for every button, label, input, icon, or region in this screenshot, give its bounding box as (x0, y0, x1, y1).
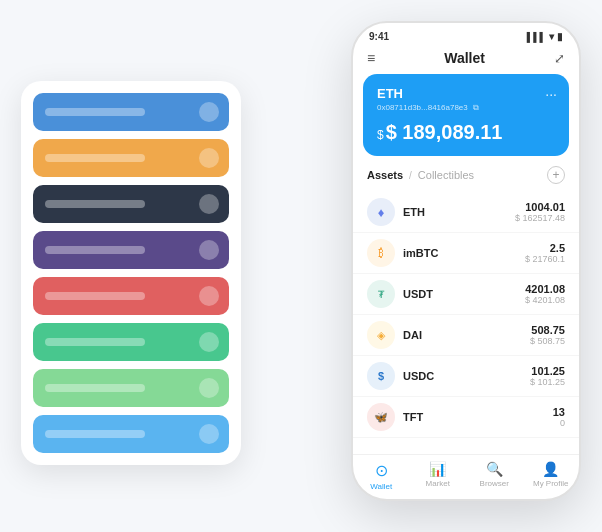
phone-mockup: 9:41 ▌▌▌ ▾ ▮ ≡ Wallet ⤢ ETH 0x08711d3b..… (351, 21, 581, 501)
asset-amount: 508.75 (530, 324, 565, 336)
asset-values: 1004.01 $ 162517.48 (515, 201, 565, 223)
browser-nav-icon: 🔍 (486, 461, 503, 477)
card-label (45, 200, 145, 208)
nav-market-label: Market (426, 479, 450, 488)
asset-usd: $ 162517.48 (515, 213, 565, 223)
nav-browser-label: Browser (480, 479, 509, 488)
asset-amount: 13 (553, 406, 565, 418)
card-item[interactable] (33, 231, 229, 269)
imbtc-icon: ₿ (367, 239, 395, 267)
page-title: Wallet (444, 50, 485, 66)
market-nav-icon: 📊 (429, 461, 446, 477)
tft-icon: 🦋 (367, 403, 395, 431)
asset-values: 508.75 $ 508.75 (530, 324, 565, 346)
status-time: 9:41 (369, 31, 389, 42)
wallet-nav-icon: ⊙ (375, 461, 388, 480)
asset-amount: 2.5 (525, 242, 565, 254)
card-label (45, 108, 145, 116)
usdt-icon: ₮ (367, 280, 395, 308)
asset-usd: $ 21760.1 (525, 254, 565, 264)
card-icon (199, 194, 219, 214)
asset-amount: 1004.01 (515, 201, 565, 213)
asset-usd: $ 508.75 (530, 336, 565, 346)
wifi-icon: ▾ (549, 31, 554, 42)
asset-values: 101.25 $ 101.25 (530, 365, 565, 387)
nav-wallet-label: Wallet (370, 482, 392, 491)
more-options-icon[interactable]: ··· (545, 86, 557, 102)
list-item[interactable]: 🦋 TFT 13 0 (353, 397, 579, 438)
phone-header: ≡ Wallet ⤢ (353, 46, 579, 74)
list-item[interactable]: ◈ DAI 508.75 $ 508.75 (353, 315, 579, 356)
card-item[interactable] (33, 369, 229, 407)
card-label (45, 246, 145, 254)
eth-card[interactable]: ETH 0x08711d3b...8416a78e3 ⧉ $$ 189,089.… (363, 74, 569, 156)
phone-content: ETH 0x08711d3b...8416a78e3 ⧉ $$ 189,089.… (353, 74, 579, 454)
card-item[interactable] (33, 415, 229, 453)
status-icons: ▌▌▌ ▾ ▮ (527, 31, 563, 42)
card-label (45, 154, 145, 162)
nav-wallet[interactable]: ⊙ Wallet (353, 461, 410, 491)
dollar-sign: $ (377, 128, 384, 142)
card-item[interactable] (33, 323, 229, 361)
card-icon (199, 240, 219, 260)
nav-profile-label: My Profile (533, 479, 569, 488)
asset-list: ♦ ETH 1004.01 $ 162517.48 ₿ imBTC 2.5 $ … (353, 192, 579, 454)
card-icon (199, 378, 219, 398)
assets-header: Assets / Collectibles + (353, 166, 579, 192)
card-icon (199, 286, 219, 306)
scene: 9:41 ▌▌▌ ▾ ▮ ≡ Wallet ⤢ ETH 0x08711d3b..… (21, 21, 581, 511)
card-item[interactable] (33, 277, 229, 315)
card-item[interactable] (33, 139, 229, 177)
list-item[interactable]: ₿ imBTC 2.5 $ 21760.1 (353, 233, 579, 274)
asset-usd: 0 (553, 418, 565, 428)
card-label (45, 338, 145, 346)
card-stack (21, 81, 241, 465)
asset-amount: 4201.08 (525, 283, 565, 295)
list-item[interactable]: $ USDC 101.25 $ 101.25 (353, 356, 579, 397)
card-icon (199, 148, 219, 168)
tab-collectibles[interactable]: Collectibles (418, 169, 474, 181)
eth-card-amount: $$ 189,089.11 (377, 121, 555, 144)
assets-tabs: Assets / Collectibles (367, 169, 474, 181)
nav-browser[interactable]: 🔍 Browser (466, 461, 523, 491)
asset-values: 4201.08 $ 4201.08 (525, 283, 565, 305)
list-item[interactable]: ♦ ETH 1004.01 $ 162517.48 (353, 192, 579, 233)
add-asset-button[interactable]: + (547, 166, 565, 184)
profile-nav-icon: 👤 (542, 461, 559, 477)
asset-name: ETH (403, 206, 515, 218)
card-item[interactable] (33, 93, 229, 131)
list-item[interactable]: ₮ USDT 4201.08 $ 4201.08 (353, 274, 579, 315)
battery-icon: ▮ (557, 31, 563, 42)
asset-name: DAI (403, 329, 530, 341)
eth-card-address: 0x08711d3b...8416a78e3 ⧉ (377, 103, 555, 113)
nav-market[interactable]: 📊 Market (410, 461, 467, 491)
copy-icon[interactable]: ⧉ (473, 103, 479, 112)
nav-profile[interactable]: 👤 My Profile (523, 461, 580, 491)
scan-icon[interactable]: ⤢ (554, 51, 565, 66)
status-bar: 9:41 ▌▌▌ ▾ ▮ (353, 23, 579, 46)
asset-values: 13 0 (553, 406, 565, 428)
asset-amount: 101.25 (530, 365, 565, 377)
asset-usd: $ 101.25 (530, 377, 565, 387)
tab-assets[interactable]: Assets (367, 169, 403, 181)
card-icon (199, 102, 219, 122)
menu-icon[interactable]: ≡ (367, 50, 375, 66)
bottom-nav: ⊙ Wallet 📊 Market 🔍 Browser 👤 My Profile (353, 454, 579, 499)
eth-icon: ♦ (367, 198, 395, 226)
usdc-icon: $ (367, 362, 395, 390)
signal-icon: ▌▌▌ (527, 32, 546, 42)
eth-card-coin: ETH (377, 86, 555, 101)
asset-usd: $ 4201.08 (525, 295, 565, 305)
asset-name: USDT (403, 288, 525, 300)
dai-icon: ◈ (367, 321, 395, 349)
card-label (45, 430, 145, 438)
card-label (45, 292, 145, 300)
card-icon (199, 424, 219, 444)
asset-name: USDC (403, 370, 530, 382)
card-label (45, 384, 145, 392)
card-icon (199, 332, 219, 352)
asset-name: imBTC (403, 247, 525, 259)
asset-name: TFT (403, 411, 553, 423)
asset-values: 2.5 $ 21760.1 (525, 242, 565, 264)
card-item[interactable] (33, 185, 229, 223)
